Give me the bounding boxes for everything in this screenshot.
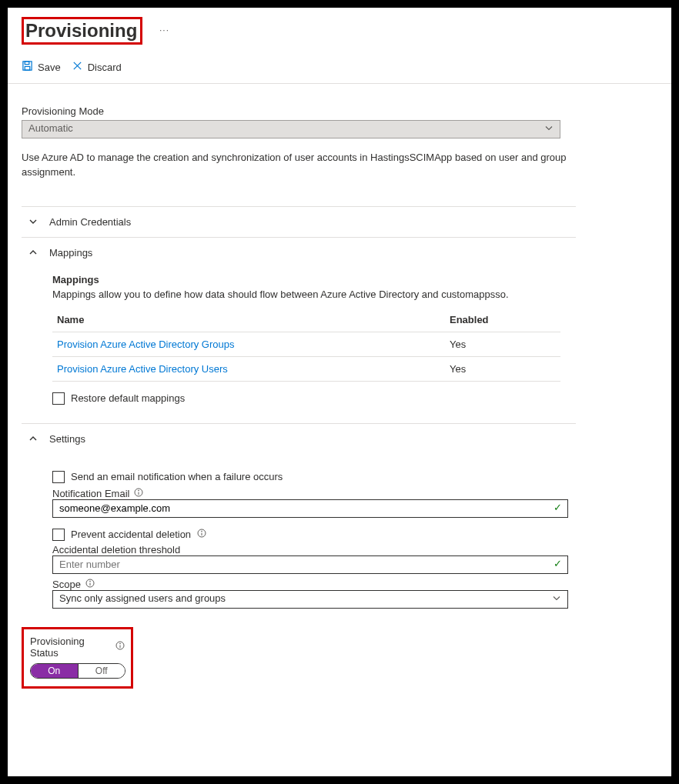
section-title-admin: Admin Credentials xyxy=(49,216,131,228)
svg-point-10 xyxy=(202,531,202,532)
chevron-down-icon xyxy=(544,124,554,135)
table-row: Provision Azure Active Directory Users Y… xyxy=(52,356,560,381)
save-icon xyxy=(22,60,33,74)
header: Provisioning ··· xyxy=(8,8,671,49)
svg-rect-2 xyxy=(25,66,30,70)
chevron-down-icon xyxy=(28,217,38,226)
save-button[interactable]: Save xyxy=(22,60,61,74)
col-enabled: Enabled xyxy=(445,308,560,332)
failure-email-checkbox[interactable] xyxy=(52,471,65,483)
description-text: Use Azure AD to manage the creation and … xyxy=(22,151,591,180)
section-toggle-settings[interactable]: Settings xyxy=(22,424,576,454)
page-title: Provisioning xyxy=(22,17,142,45)
mapping-enabled: Yes xyxy=(445,356,560,381)
mappings-table: Name Enabled Provision Azure Active Dire… xyxy=(52,308,560,382)
scope-select[interactable]: Sync only assigned users and groups xyxy=(52,590,568,609)
prevent-deletion-checkbox[interactable] xyxy=(52,529,65,541)
chevron-up-icon xyxy=(28,434,38,443)
restore-mappings-checkbox[interactable] xyxy=(52,392,65,405)
section-title-mappings: Mappings xyxy=(49,247,92,259)
discard-button[interactable]: Discard xyxy=(72,60,122,74)
more-icon[interactable]: ··· xyxy=(159,25,169,35)
section-settings: Settings Send an email notification when… xyxy=(22,424,576,615)
svg-point-13 xyxy=(89,581,90,582)
scope-value: Sync only assigned users and groups xyxy=(59,592,226,604)
section-admin: Admin Credentials xyxy=(22,206,576,238)
toggle-on: On xyxy=(31,664,79,678)
mode-value: Automatic xyxy=(28,122,73,134)
table-row: Provision Azure Active Directory Groups … xyxy=(52,332,560,356)
discard-label: Discard xyxy=(88,62,122,73)
svg-point-16 xyxy=(120,643,121,644)
mode-select[interactable]: Automatic xyxy=(22,120,560,138)
mapping-link[interactable]: Provision Azure Active Directory Users xyxy=(57,363,228,375)
scope-label: Scope xyxy=(52,579,81,590)
notification-email-label: Notification Email xyxy=(52,488,129,499)
toolbar: Save Discard xyxy=(8,49,671,84)
notification-email-input[interactable] xyxy=(52,499,568,518)
info-icon[interactable] xyxy=(85,579,95,590)
svg-point-7 xyxy=(139,490,139,491)
toggle-off: Off xyxy=(79,664,125,678)
mode-label: Provisioning Mode xyxy=(22,105,657,117)
provisioning-status-label: Provisioning Status xyxy=(30,636,111,659)
info-icon[interactable] xyxy=(134,488,143,499)
svg-rect-1 xyxy=(25,62,29,65)
mappings-subdesc: Mappings allow you to define how data sh… xyxy=(52,289,576,300)
chevron-down-icon xyxy=(552,593,561,605)
close-icon xyxy=(72,60,83,74)
mappings-subheading: Mappings xyxy=(52,274,576,285)
section-toggle-admin[interactable]: Admin Credentials xyxy=(22,207,576,237)
failure-email-label: Send an email notification when a failur… xyxy=(71,471,283,482)
section-mappings: Mappings Mappings Mappings allow you to … xyxy=(22,238,576,424)
info-icon[interactable] xyxy=(197,529,206,540)
mapping-link[interactable]: Provision Azure Active Directory Groups xyxy=(57,339,234,350)
svg-rect-0 xyxy=(23,62,32,70)
prevent-deletion-label: Prevent accidental deletion xyxy=(71,529,191,540)
provisioning-status-block: Provisioning Status On Off xyxy=(22,627,133,689)
provisioning-status-toggle[interactable]: On Off xyxy=(30,663,125,679)
col-name: Name xyxy=(52,308,445,332)
mapping-enabled: Yes xyxy=(445,332,560,356)
info-icon[interactable] xyxy=(115,641,125,652)
section-title-settings: Settings xyxy=(49,433,85,445)
save-label: Save xyxy=(38,62,61,73)
deletion-threshold-label: Accidental deletion threshold xyxy=(52,544,180,555)
section-toggle-mappings[interactable]: Mappings xyxy=(22,238,576,268)
chevron-up-icon xyxy=(28,248,38,257)
deletion-threshold-input[interactable] xyxy=(52,555,568,574)
restore-mappings-label: Restore default mappings xyxy=(71,392,185,404)
